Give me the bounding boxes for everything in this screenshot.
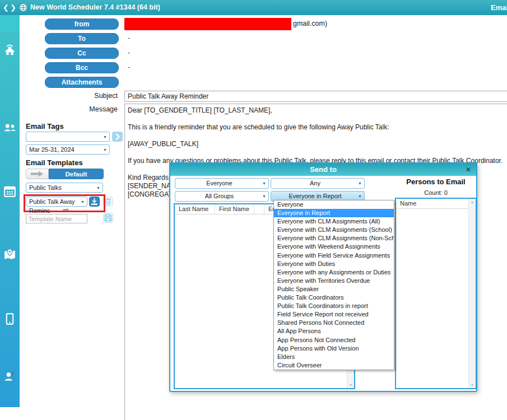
dropdown-option[interactable]: Everyone <box>274 200 394 209</box>
persons-count: Count: 0 <box>394 189 478 196</box>
email-tag-select[interactable] <box>26 132 110 142</box>
default-template-button[interactable]: Default <box>49 169 104 179</box>
message-line <box>128 115 507 123</box>
bcc-value: - <box>128 62 130 72</box>
persons-to-email-heading: Persons to Email <box>394 178 478 186</box>
week-select[interactable]: Mar 25-31, 2024 <box>26 144 110 155</box>
dropdown-option[interactable]: Everyone in Report <box>274 209 394 217</box>
persons-to-email-scrollbar[interactable]: ▲▼ <box>468 199 476 388</box>
template-select[interactable]: Public Talk Away Reminc <box>26 197 87 207</box>
dropdown-option[interactable]: Public Talk Coordinators in report <box>274 302 394 310</box>
dropdown-option[interactable]: Everyone with Weekend Assignments <box>274 242 394 251</box>
cc-button[interactable]: Cc <box>45 48 119 59</box>
message-line: This is a friendly reminder that you are… <box>128 123 507 132</box>
message-label: Message <box>62 105 118 113</box>
map-pin-icon[interactable] <box>3 248 17 262</box>
subject-input[interactable]: Public Talk Away Reminder <box>124 91 507 102</box>
email-templates-heading: Email Templates <box>26 158 83 167</box>
dropdown-option[interactable]: Everyone with CLM Assignments (School) <box>274 226 394 234</box>
dropdown-option[interactable]: Everyone with CLM Assignments (Non-Schoo… <box>274 234 394 242</box>
dropdown-option[interactable]: Elders <box>274 353 394 361</box>
persons-table-header: Last Name <box>175 204 215 214</box>
message-line <box>128 148 507 157</box>
message-line: Dear [TO_GENDER_TITLE] [TO_LAST_NAME], <box>128 106 507 115</box>
send-to-groups-select[interactable]: All Groups <box>175 191 269 202</box>
nav-back-icon[interactable]: ❮ <box>3 0 9 15</box>
to-value: - <box>128 33 130 43</box>
title-bar: ❮ ❯ New World Scheduler 7.4 #1344 (64 bi… <box>0 0 507 15</box>
message-line: [AWAY_PUBLIC_TALK] <box>128 140 507 148</box>
dialog-title-bar[interactable]: Send to ✕ <box>170 164 476 176</box>
report-dropdown-menu: EveryoneEveryone in ReportEveryone with … <box>273 200 394 370</box>
from-button[interactable]: from <box>45 18 119 30</box>
home-wifi-icon[interactable] <box>3 42 17 57</box>
from-address-suffix: gmail.com) <box>293 20 327 27</box>
to-button[interactable]: To <box>45 33 119 44</box>
send-to-any-select[interactable]: Any <box>271 178 365 189</box>
save-template-button[interactable] <box>103 213 113 223</box>
send-to-who-select[interactable]: Everyone <box>175 178 269 189</box>
svg-text:!: ! <box>12 371 15 377</box>
dropdown-option[interactable]: App Persons with Old Version <box>274 344 394 353</box>
dropdown-option[interactable]: All App Persons <box>274 327 394 335</box>
redacted-from-address <box>124 18 291 30</box>
dropdown-option[interactable]: Public Speaker <box>274 285 394 293</box>
globe-icon <box>19 3 27 12</box>
sidebar-nav: ! <box>0 15 20 407</box>
dropdown-option[interactable]: Everyone with Territories Overdue <box>274 277 394 285</box>
dialog-title: Send to <box>310 165 337 174</box>
people-icon[interactable] <box>3 120 17 135</box>
load-template-button[interactable] <box>89 197 100 207</box>
dropdown-option[interactable]: Everyone with any Assignments or Duties <box>274 268 394 277</box>
apply-tag-button[interactable] <box>112 132 123 142</box>
template-category-select[interactable]: Public Talks <box>26 183 103 193</box>
titlebar-section-label: Email <box>491 0 507 15</box>
persons-table-header <box>254 204 264 214</box>
message-line <box>128 132 507 140</box>
apply-template-arrow-icon[interactable] <box>26 169 49 179</box>
dropdown-option[interactable]: Circuit Overseer <box>274 361 394 370</box>
dropdown-option[interactable]: Field Service Report not received <box>274 310 394 319</box>
dropdown-option[interactable]: Everyone with Field Service Assignments <box>274 251 394 260</box>
nav-forward-icon[interactable]: ❯ <box>10 0 16 15</box>
bcc-button[interactable]: Bcc <box>45 62 119 73</box>
persons-table-header: First Name <box>215 204 254 214</box>
dropdown-option[interactable]: Shared Persons Not Connected <box>274 319 394 327</box>
close-icon[interactable]: ✕ <box>466 164 471 176</box>
sidebar-accent <box>0 15 20 32</box>
cc-value: - <box>128 48 130 58</box>
subject-label: Subject <box>62 92 118 100</box>
dropdown-option[interactable]: App Persons Not Connected <box>274 336 394 344</box>
dropdown-option[interactable]: Public Talk Coordinators <box>274 293 394 302</box>
persons-to-email-header: Name <box>396 199 469 208</box>
dropdown-option[interactable]: Everyone with Duties <box>274 260 394 268</box>
template-name-input[interactable]: Template Name <box>26 214 87 223</box>
window-title: New World Scheduler 7.4 #1344 (64 bit) <box>30 0 160 15</box>
persons-to-email-list[interactable]: Name ▲▼ <box>395 198 477 389</box>
email-tags-heading: Email Tags <box>26 122 64 130</box>
calendar-icon[interactable] <box>3 184 17 199</box>
dropdown-option[interactable]: Everyone with CLM Assignments (All) <box>274 217 394 226</box>
person-alert-icon[interactable]: ! <box>3 369 17 384</box>
attachments-button[interactable]: Attachments <box>45 77 119 88</box>
tablet-icon[interactable] <box>3 312 17 326</box>
app-window: ❮ ❯ New World Scheduler 7.4 #1344 (64 bi… <box>0 0 507 420</box>
